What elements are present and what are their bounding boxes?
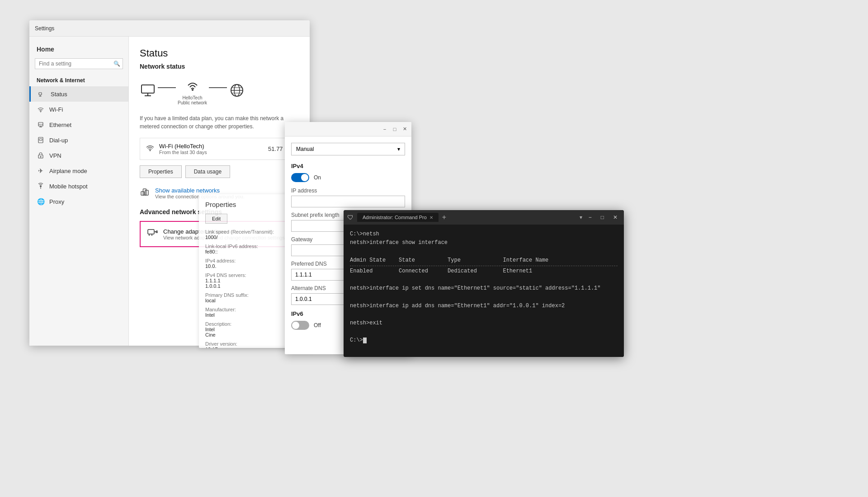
ipv4-titlebar: − □ ✕ (285, 122, 411, 136)
svg-rect-11 (39, 139, 42, 141)
svg-point-19 (192, 89, 193, 91)
cmd-window: 🛡 Administrator: Command Pro ✕ + ▾ − □ ✕… (344, 210, 624, 357)
svg-point-3 (40, 112, 41, 113)
network-name: HelloTech (183, 95, 203, 100)
data-row-info: Wi-Fi (HelloTech) From the last 30 days (159, 143, 207, 155)
manual-dropdown[interactable]: Manual ▾ (291, 143, 405, 155)
cmd-line-5: netsh>interface ip add dns name="Etherne… (350, 302, 618, 310)
svg-rect-28 (143, 189, 146, 195)
cmd-line-3: Enabled Connected Dedicated Ethernet1 (350, 267, 618, 276)
cmd-titlebar: 🛡 Administrator: Command Pro ✕ + ▾ − □ ✕ (344, 210, 624, 225)
svg-rect-0 (39, 93, 42, 95)
cmd-tab-main[interactable]: Administrator: Command Pro ✕ (357, 213, 439, 222)
computer-icon (140, 82, 156, 100)
ethernet-icon (37, 121, 45, 129)
networks-icon (140, 187, 150, 199)
line2 (209, 87, 227, 88)
sidebar-item-ethernet[interactable]: Ethernet (29, 117, 128, 132)
sidebar-item-wifi[interactable]: Wi-Fi (29, 102, 128, 117)
hotspot-icon (37, 182, 45, 190)
cmd-blank-1 (350, 247, 618, 256)
line1 (158, 87, 176, 88)
minimize-button[interactable]: − (382, 126, 388, 132)
sidebar-item-dialup[interactable]: Dial-up (29, 132, 128, 148)
ipv6-toggle-label: Off (314, 322, 321, 328)
svg-point-13 (40, 156, 42, 158)
show-networks-link[interactable]: Show available networks (155, 187, 245, 194)
wifi-data-row: Wi-Fi (HelloTech) From the last 30 days … (140, 138, 299, 160)
cmd-add-tab[interactable]: + (442, 213, 446, 221)
svg-rect-27 (145, 190, 148, 195)
vpn-icon (37, 151, 45, 159)
ip-input[interactable] (291, 196, 405, 207)
page-title: Status (140, 47, 299, 59)
cmd-tab-label: Administrator: Command Pro (363, 215, 427, 220)
ipv4-toggle[interactable] (291, 173, 309, 182)
cmd-maximize-button[interactable]: □ (598, 213, 607, 221)
sidebar-item-airplane[interactable]: ✈ Airplane mode (29, 163, 128, 178)
settings-window-title: Settings (35, 25, 304, 32)
network-status-title: Network status (140, 63, 299, 70)
cmd-divider (350, 266, 618, 266)
cmd-blank-3 (350, 293, 618, 301)
airplane-icon: ✈ (37, 167, 45, 175)
search-box[interactable]: 🔍 (35, 58, 123, 69)
data-row-left: Wi-Fi (HelloTech) From the last 30 days (146, 143, 207, 155)
cmd-close-button[interactable]: ✕ (610, 213, 620, 221)
cmd-line-6: netsh>exit (350, 319, 618, 328)
sidebar-item-status[interactable]: Status (29, 86, 128, 102)
status-icon (38, 90, 46, 98)
cmd-minimize-button[interactable]: − (586, 213, 594, 221)
data-usage-button[interactable]: Data usage (185, 165, 230, 178)
proxy-label: Proxy (49, 198, 64, 205)
cmd-blank-4 (350, 310, 618, 319)
ipv6-toggle[interactable] (291, 321, 309, 330)
cmd-header: Admin State State Type Interface Name (350, 256, 618, 265)
search-icon: 🔍 (113, 61, 120, 67)
dialup-icon (37, 136, 45, 144)
sidebar-title: Home (29, 42, 128, 58)
cmd-app-icon: 🛡 (347, 214, 354, 221)
network-info: If you have a limited data plan, you can… (140, 114, 299, 131)
network-diagram: HelloTech Public network (140, 77, 299, 105)
action-buttons: Properties Data usage (140, 165, 299, 178)
ethernet-label: Ethernet (49, 122, 71, 128)
ip-address-group: IP address (291, 188, 405, 207)
edit-button[interactable]: Edit (205, 214, 227, 224)
dialup-label: Dial-up (49, 137, 68, 144)
sidebar-item-vpn[interactable]: VPN (29, 148, 128, 163)
ip-label: IP address (291, 188, 405, 194)
ipv6-toggle-knob (292, 322, 299, 329)
wifi-icon (37, 105, 45, 113)
section-label: Network & Internet (29, 75, 128, 86)
dropdown-value: Manual (296, 146, 314, 152)
cmd-blank-5 (350, 328, 618, 336)
sidebar-item-proxy[interactable]: 🌐 Proxy (29, 194, 128, 209)
settings-sidebar: Home 🔍 Network & Internet Status Wi-Fi (29, 37, 129, 346)
cmd-window-buttons: − □ ✕ (586, 213, 620, 221)
cmd-tab-close-icon[interactable]: ✕ (429, 215, 433, 220)
airplane-label: Airplane mode (49, 168, 87, 174)
svg-rect-16 (142, 85, 154, 93)
hotspot-label: Mobile hotspot (49, 183, 88, 190)
wifi-network-name: Wi-Fi (HelloTech) (159, 143, 207, 150)
svg-rect-26 (141, 192, 144, 195)
status-label: Status (51, 91, 67, 98)
wifi-subtitle: From the last 30 days (159, 150, 207, 155)
settings-titlebar: Settings (29, 20, 310, 37)
close-button[interactable]: ✕ (401, 126, 408, 132)
proxy-icon: 🌐 (37, 197, 45, 206)
maximize-button[interactable]: □ (392, 126, 398, 132)
chevron-down-icon: ▾ (397, 146, 400, 152)
sidebar-item-hotspot[interactable]: Mobile hotspot (29, 178, 128, 194)
search-input[interactable] (35, 58, 123, 69)
ipv4-toggle-label: On (314, 174, 321, 181)
ipv4-toggle-knob (301, 174, 308, 181)
wifi-row-icon (146, 143, 155, 155)
properties-button[interactable]: Properties (140, 165, 182, 178)
svg-point-14 (40, 185, 42, 187)
ipv4-section-title: IPv4 (291, 163, 405, 169)
cmd-dropdown-icon[interactable]: ▾ (580, 214, 582, 220)
svg-point-25 (150, 150, 151, 151)
home-link[interactable]: Home (37, 46, 54, 53)
